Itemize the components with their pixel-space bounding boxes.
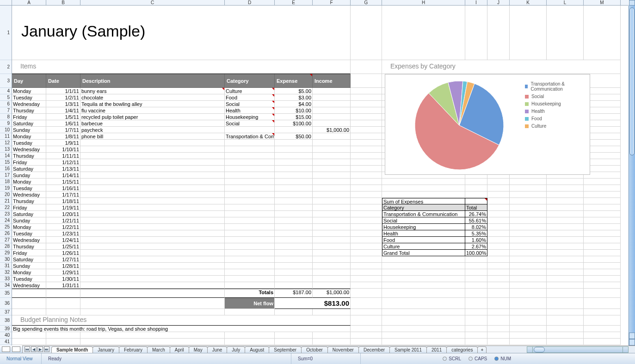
row-header-4[interactable]: 4 (0, 88, 12, 94)
cell[interactable] (547, 179, 584, 185)
cell-day[interactable]: Saturday (12, 166, 46, 172)
cell[interactable] (547, 339, 584, 345)
cell-date[interactable]: 1/31/11 (46, 282, 80, 289)
cell[interactable] (584, 224, 621, 230)
cell[interactable] (382, 289, 465, 298)
cell-expense[interactable] (275, 256, 313, 263)
cell[interactable] (351, 250, 382, 256)
hscroll-right-icon[interactable] (623, 347, 628, 352)
cell[interactable] (547, 250, 584, 256)
col-header-B[interactable]: B (46, 0, 80, 5)
row-header-27[interactable]: 27 (0, 237, 12, 243)
cell-date[interactable]: 1/22/11 (46, 224, 80, 230)
cell[interactable] (510, 339, 547, 345)
row-header-5[interactable]: 5 (0, 94, 12, 101)
cell-income[interactable] (313, 133, 351, 140)
cell-category[interactable] (225, 211, 275, 217)
cell[interactable] (382, 339, 465, 345)
cell[interactable] (351, 332, 382, 339)
netflow-value[interactable]: $813.00 (275, 298, 351, 309)
page-layout-view-icon[interactable] (12, 346, 20, 352)
cell-day[interactable]: Wednesday (12, 191, 46, 198)
cell[interactable] (12, 332, 46, 339)
scroll-down-icon[interactable] (629, 333, 635, 339)
cell-date[interactable]: 1/24/11 (46, 237, 80, 243)
cell-date[interactable]: 1/30/11 (46, 276, 80, 282)
cell-category[interactable] (225, 185, 275, 191)
cell[interactable] (382, 185, 465, 191)
cell[interactable] (313, 332, 351, 339)
cell-description[interactable] (80, 146, 225, 153)
cell-description[interactable] (80, 243, 225, 250)
cell[interactable] (382, 191, 465, 198)
cell[interactable] (547, 315, 584, 326)
notes-section-label[interactable]: Budget Planning Notes (12, 315, 351, 326)
row-header-31[interactable]: 31 (0, 263, 12, 269)
cell[interactable] (382, 276, 465, 282)
col-header-D[interactable]: D (225, 0, 275, 5)
cell-income[interactable] (313, 120, 351, 127)
cell[interactable] (584, 269, 621, 276)
cell-day[interactable]: Thursday (12, 153, 46, 159)
header-date[interactable]: Date (46, 74, 80, 88)
cell-day[interactable]: Saturday (12, 256, 46, 263)
pivot-row-pct[interactable]: 55.61% (465, 217, 487, 224)
row-header-20[interactable]: 20 (0, 191, 12, 198)
cell[interactable] (351, 217, 382, 224)
pie-chart[interactable]: Transportation & CommunicationSocialHous… (385, 74, 590, 175)
cell-category[interactable] (225, 237, 275, 243)
cell[interactable] (382, 256, 465, 263)
cell-description[interactable] (80, 153, 225, 159)
cell-income[interactable] (313, 185, 351, 191)
cell-day[interactable]: Saturday (12, 211, 46, 217)
sheet-tab[interactable]: November (327, 346, 359, 353)
cell-expense[interactable]: $3.00 (275, 94, 313, 101)
cell-income[interactable] (313, 237, 351, 243)
cell-date[interactable]: 1/1/11 (46, 88, 80, 94)
cell-description[interactable] (80, 211, 225, 217)
cell[interactable] (584, 339, 621, 345)
cell-description[interactable] (80, 185, 225, 191)
cell-category[interactable] (225, 198, 275, 204)
scroll-down-icon[interactable] (629, 339, 635, 345)
cell-date[interactable]: 1/2/11 (46, 94, 80, 101)
cell-expense[interactable] (275, 146, 313, 153)
cell[interactable] (510, 276, 547, 282)
cell-income[interactable] (313, 101, 351, 107)
cell-expense[interactable] (275, 224, 313, 230)
row-header-36[interactable]: 36 (0, 298, 12, 309)
cell-expense[interactable]: $10.00 (275, 107, 313, 114)
cell[interactable] (351, 298, 382, 309)
cell[interactable] (351, 315, 382, 326)
cell-category[interactable] (225, 179, 275, 185)
cell[interactable] (487, 276, 510, 282)
cell-category[interactable] (225, 146, 275, 153)
cell[interactable] (510, 263, 547, 269)
cell[interactable] (487, 289, 510, 298)
cell[interactable] (510, 191, 547, 198)
col-header-H[interactable]: H (382, 0, 465, 5)
row-header-16[interactable]: 16 (0, 166, 12, 172)
cell[interactable] (547, 263, 584, 269)
cell-day[interactable]: Monday (12, 179, 46, 185)
sheet-tab[interactable]: 2011 (426, 346, 447, 353)
cell[interactable] (487, 198, 510, 204)
cell-expense[interactable] (275, 172, 313, 179)
chart-section-label[interactable]: Expenses by Category (382, 60, 621, 74)
cell[interactable] (487, 282, 510, 289)
cell-description[interactable]: recycled pulp toilet paper (80, 114, 225, 120)
row-header-41[interactable]: 41 (0, 339, 12, 345)
cell[interactable] (547, 191, 584, 198)
cell[interactable] (275, 332, 313, 339)
cell-expense[interactable] (275, 179, 313, 185)
cell[interactable] (351, 191, 382, 198)
cell-day[interactable]: Monday (12, 269, 46, 276)
cell-day[interactable]: Monday (12, 224, 46, 230)
cell-expense[interactable]: $5.00 (275, 88, 313, 94)
row-header-35[interactable]: 35 (0, 289, 12, 298)
cell-day[interactable]: Wednesday (12, 282, 46, 289)
cell[interactable] (46, 309, 80, 315)
cell-income[interactable] (313, 107, 351, 114)
cell-category[interactable] (225, 224, 275, 230)
cell[interactable] (487, 263, 510, 269)
